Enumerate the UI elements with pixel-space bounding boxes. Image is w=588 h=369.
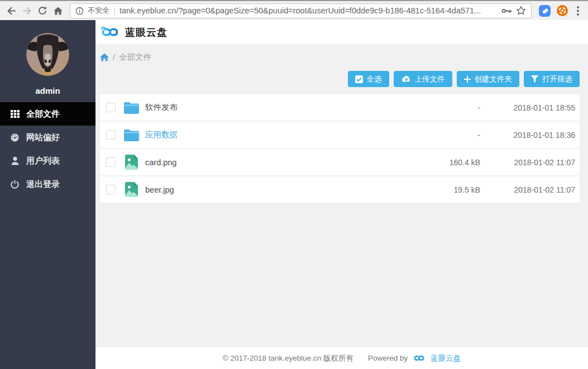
file-date: 2018-01-01 18:55 <box>480 103 575 112</box>
create-folder-button[interactable]: 创建文件夹 <box>457 71 520 87</box>
select-all-button[interactable]: 全选 <box>348 71 389 87</box>
address-bar[interactable]: 不安全 | tank.eyeblue.cn/?page=0&pageSize=5… <box>70 3 532 18</box>
app-title: 蓝眼云盘 <box>125 26 168 39</box>
forward-button[interactable] <box>19 3 35 18</box>
sidebar-item-all-files[interactable]: 全部文件 <box>0 102 95 126</box>
content-area: / 全部文件 全选 <box>95 44 588 347</box>
app-header: 蓝眼云盘 <box>95 20 588 44</box>
breadcrumb: / 全部文件 <box>100 52 580 63</box>
screen: 不安全 | tank.eyeblue.cn/?page=0&pageSize=5… <box>0 0 588 369</box>
extension-blue-icon <box>539 5 551 17</box>
action-toolbar: 全选 上传文件 创建文件夹 <box>100 71 580 87</box>
row-checkbox[interactable] <box>106 185 116 194</box>
filter-icon <box>531 75 538 83</box>
row-checkbox[interactable] <box>106 103 116 112</box>
kebab-menu-icon <box>577 6 579 16</box>
home-breadcrumb-icon[interactable] <box>100 53 109 61</box>
file-name[interactable]: 应用数据 <box>145 130 422 140</box>
avatar[interactable] <box>26 33 69 76</box>
sidebar-item-label: 全部文件 <box>26 109 60 119</box>
sidebar-item-logout[interactable]: 退出登录 <box>0 172 95 196</box>
upload-file-button[interactable]: 上传文件 <box>394 71 452 87</box>
file-list: 软件发布 - 2018-01-01 18:55 应用数据 <box>100 94 580 203</box>
row-checkbox[interactable] <box>106 157 116 167</box>
file-date: 2018-01-02 11:07 <box>480 158 575 167</box>
file-date: 2018-01-01 18:36 <box>480 131 575 140</box>
username: admin <box>0 86 95 95</box>
bookmark-star-icon[interactable] <box>516 6 526 16</box>
user-icon <box>10 156 20 165</box>
sidebar-nav: 全部文件 网站偏好 <box>0 102 95 196</box>
goat-avatar-image <box>26 33 69 76</box>
sidebar: admin 全部文件 <box>0 20 95 369</box>
breadcrumb-current[interactable]: 全部文件 <box>119 52 151 63</box>
info-icon[interactable] <box>75 7 84 15</box>
plus-icon <box>464 76 471 83</box>
footer-logo-icon <box>412 353 427 363</box>
file-row[interactable]: 软件发布 - 2018-01-01 18:55 <box>100 94 580 121</box>
browser-toolbar: 不安全 | tank.eyeblue.cn/?page=0&pageSize=5… <box>0 0 588 20</box>
file-row[interactable]: 应用数据 - 2018-01-01 18:36 <box>100 122 580 148</box>
sidebar-item-site-preferences[interactable]: 网站偏好 <box>0 126 95 149</box>
extension-orange-button[interactable] <box>555 3 570 18</box>
footer: © 2017-2018 tank.eyeblue.cn 版权所有 Powered… <box>95 347 588 369</box>
address-separator: | <box>113 6 116 16</box>
file-name[interactable]: card.png <box>145 158 422 167</box>
file-row[interactable]: beer.jpg 19.5 kB 2018-01-02 11:07 <box>100 176 580 203</box>
forward-arrow-icon <box>23 7 30 15</box>
file-size: - <box>422 103 480 112</box>
file-name[interactable]: 软件发布 <box>145 102 422 113</box>
image-file-icon <box>124 182 139 197</box>
main-panel: 蓝眼云盘 / 全部文件 全选 <box>95 20 588 369</box>
home-button[interactable] <box>50 3 66 18</box>
check-square-icon <box>355 75 363 83</box>
folder-icon <box>124 102 139 114</box>
key-icon[interactable] <box>501 8 512 14</box>
file-size: 160.4 kB <box>422 158 480 167</box>
home-icon <box>53 6 63 16</box>
power-icon <box>10 180 20 189</box>
sidebar-item-user-list[interactable]: 用户列表 <box>0 149 95 172</box>
app-logo-icon <box>100 25 120 40</box>
reload-icon <box>37 6 47 16</box>
back-arrow-icon <box>8 7 15 15</box>
file-size: - <box>422 131 480 140</box>
file-size: 19.5 kB <box>422 185 480 194</box>
folder-icon <box>124 129 139 141</box>
browser-menu-button[interactable] <box>571 3 585 18</box>
powered-by-text: Powered by <box>368 354 408 362</box>
grid-icon <box>10 109 20 118</box>
footer-brand-link[interactable]: 蓝眼云盘 <box>431 353 461 363</box>
sidebar-item-label: 用户列表 <box>26 156 60 166</box>
extension-orange-icon <box>556 4 568 17</box>
open-filter-button[interactable]: 打开筛选 <box>524 71 580 87</box>
file-row[interactable]: card.png 160.4 kB 2018-01-02 11:07 <box>100 149 580 175</box>
cloud-upload-icon <box>401 75 411 83</box>
sidebar-item-label: 网站偏好 <box>26 132 60 143</box>
file-name[interactable]: beer.jpg <box>145 185 422 194</box>
breadcrumb-separator: / <box>113 53 115 62</box>
sidebar-item-label: 退出登录 <box>26 179 60 190</box>
image-file-icon <box>124 155 139 170</box>
url-text[interactable]: tank.eyeblue.cn/?page=0&pageSize=50&puui… <box>119 6 498 15</box>
security-label[interactable]: 不安全 <box>88 6 109 16</box>
row-checkbox[interactable] <box>106 130 116 140</box>
dashboard-icon <box>10 133 20 142</box>
file-date: 2018-01-02 11:07 <box>480 185 575 194</box>
reload-button[interactable] <box>35 3 50 18</box>
back-button[interactable] <box>3 3 19 18</box>
extension-blue-button[interactable] <box>537 3 552 18</box>
copyright-text: © 2017-2018 tank.eyeblue.cn 版权所有 <box>223 353 353 363</box>
